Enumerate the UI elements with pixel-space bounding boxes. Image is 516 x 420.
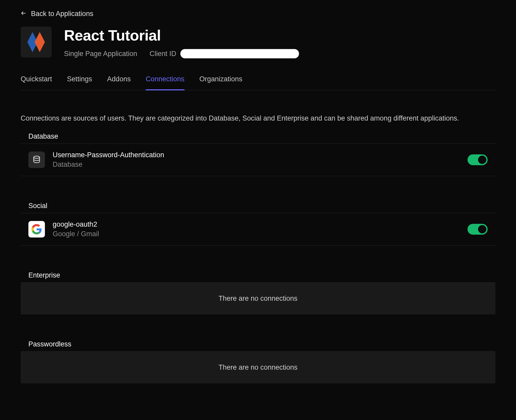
- connection-subtitle: Google / Gmail: [53, 230, 460, 238]
- back-to-applications-link[interactable]: Back to Applications: [21, 0, 495, 27]
- connection-row-username-password[interactable]: Username-Password-Authentication Databas…: [21, 144, 495, 176]
- connection-text: google-oauth2 Google / Gmail: [53, 220, 460, 238]
- client-id-value-redacted[interactable]: [180, 49, 299, 58]
- connections-description: Connections are sources of users. They a…: [21, 90, 495, 132]
- empty-enterprise: There are no connections: [21, 283, 495, 314]
- arrow-left-icon: [21, 10, 26, 18]
- connection-name: Username-Password-Authentication: [53, 151, 460, 159]
- back-link-label: Back to Applications: [31, 10, 93, 18]
- section-heading-enterprise: Enterprise: [21, 271, 495, 283]
- app-logo: [21, 27, 52, 58]
- section-enterprise: Enterprise There are no connections: [21, 271, 495, 314]
- section-social: Social google-oauth2 Google / Gmail: [21, 202, 495, 245]
- tab-organizations[interactable]: Organizations: [199, 75, 243, 90]
- connection-row-google[interactable]: google-oauth2 Google / Gmail: [21, 213, 495, 245]
- empty-passwordless: There are no connections: [21, 352, 495, 383]
- client-id-label: Client ID: [150, 50, 176, 58]
- google-icon: [28, 221, 45, 237]
- app-title: React Tutorial: [64, 27, 299, 44]
- svg-point-3: [34, 156, 40, 159]
- section-passwordless: Passwordless There are no connections: [21, 340, 495, 383]
- toggle-google[interactable]: [467, 224, 488, 235]
- tab-addons[interactable]: Addons: [107, 75, 131, 90]
- app-title-block: React Tutorial Single Page Application C…: [64, 27, 299, 58]
- section-heading-social: Social: [21, 202, 495, 213]
- connection-name: google-oauth2: [53, 220, 460, 228]
- svg-marker-2: [35, 32, 45, 52]
- tab-bar: Quickstart Settings Addons Connections O…: [21, 75, 495, 90]
- app-type-label: Single Page Application: [64, 50, 137, 58]
- section-heading-database: Database: [21, 132, 495, 144]
- database-icon: [28, 152, 45, 168]
- app-meta: Single Page Application Client ID: [64, 49, 299, 58]
- client-id-block: Client ID: [150, 49, 299, 58]
- auth0-logo-icon: [26, 30, 46, 54]
- section-database: Database Username-Password-Authenticatio…: [21, 132, 495, 176]
- toggle-knob: [478, 156, 486, 164]
- connection-text: Username-Password-Authentication Databas…: [53, 151, 460, 169]
- tab-quickstart[interactable]: Quickstart: [21, 75, 52, 90]
- app-header: React Tutorial Single Page Application C…: [21, 27, 495, 75]
- connection-subtitle: Database: [53, 161, 460, 169]
- tab-connections[interactable]: Connections: [146, 75, 184, 90]
- section-heading-passwordless: Passwordless: [21, 340, 495, 352]
- toggle-username-password[interactable]: [467, 154, 488, 165]
- tab-settings[interactable]: Settings: [67, 75, 92, 90]
- toggle-knob: [478, 225, 486, 233]
